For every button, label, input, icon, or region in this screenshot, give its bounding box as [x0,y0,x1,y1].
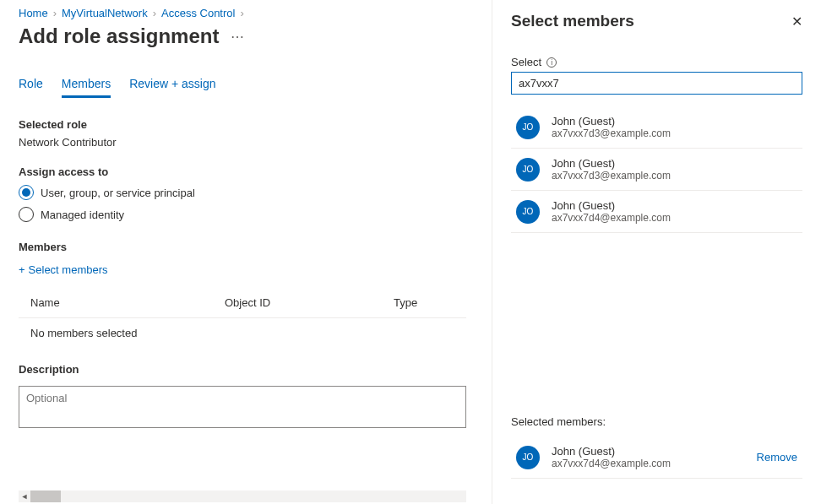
radio-icon [19,185,34,200]
radio-managed-identity[interactable]: Managed identity [19,207,490,222]
col-name: Name [30,296,225,309]
more-actions-icon[interactable]: ⋯ [231,29,244,45]
chevron-right-icon: › [153,7,156,19]
result-item[interactable]: JO John (Guest) ax7vxx7d3@example.com [511,106,802,148]
avatar-icon: JO [516,446,540,469]
chevron-right-icon: › [53,7,57,19]
members-table: Name Object ID Type No members selected [19,288,466,348]
tab-role[interactable]: Role [19,77,43,98]
search-results: JO John (Guest) ax7vxx7d3@example.com JO… [511,106,802,233]
panel-title: Select members [511,12,634,30]
horizontal-scrollbar[interactable]: ◄ [19,490,466,502]
selected-name: John (Guest) [552,445,745,458]
breadcrumb-home[interactable]: Home [19,7,48,19]
result-email: ax7vxx7d3@example.com [552,127,671,139]
remove-link[interactable]: Remove [757,451,797,463]
select-members-panel: Select members ✕ Select i JO John (Guest… [492,0,821,504]
page-title: Add role assignment [19,24,219,48]
selected-role-value: Network Contributor [19,136,490,149]
radio-icon [19,207,34,222]
result-item[interactable]: JO John (Guest) ax7vxx7d3@example.com [511,148,802,190]
col-type: Type [394,296,454,309]
selected-members-label: Selected members: [511,415,802,428]
selected-role-label: Selected role [19,118,490,131]
members-empty-row: No members selected [19,317,466,348]
result-name: John (Guest) [552,199,671,212]
avatar-icon: JO [516,158,540,182]
avatar-icon: JO [516,116,540,139]
selected-member-item: JO John (Guest) ax7vxx7d4@example.com Re… [511,436,802,479]
radio-label: Managed identity [41,209,124,221]
chevron-right-icon: › [240,7,243,19]
radio-label: User, group, or service principal [41,187,195,199]
result-item[interactable]: JO John (Guest) ax7vxx7d4@example.com [511,190,802,232]
description-input[interactable] [19,386,466,428]
select-members-text: Select members [29,263,108,276]
select-label-text: Select [511,56,541,68]
scrollbar-thumb[interactable] [30,490,61,502]
col-object-id: Object ID [225,296,394,309]
select-search-input[interactable] [511,72,802,95]
description-label: Description [19,363,490,376]
members-label: Members [19,241,490,253]
breadcrumb-access-control[interactable]: Access Control [161,7,235,19]
result-name: John (Guest) [552,115,671,127]
result-name: John (Guest) [552,157,671,170]
assign-access-label: Assign access to [19,165,490,178]
tab-review-assign[interactable]: Review + assign [129,77,215,98]
result-email: ax7vxx7d4@example.com [552,212,671,224]
select-label: Select i [511,56,802,68]
scroll-left-icon[interactable]: ◄ [19,490,30,502]
tab-members[interactable]: Members [62,77,111,98]
breadcrumb-vnet[interactable]: MyVirtualNetwork [62,7,148,19]
close-icon[interactable]: ✕ [791,14,802,30]
radio-user-group-sp[interactable]: User, group, or service principal [19,185,490,200]
avatar-icon: JO [516,200,540,224]
info-icon[interactable]: i [546,57,557,68]
plus-icon: + [19,263,25,276]
result-email: ax7vxx7d3@example.com [552,170,671,182]
selected-email: ax7vxx7d4@example.com [552,458,745,469]
breadcrumb: Home › MyVirtualNetwork › Access Control… [19,7,490,19]
tabs: Role Members Review + assign [19,77,490,98]
select-members-link[interactable]: + Select members [19,263,108,276]
